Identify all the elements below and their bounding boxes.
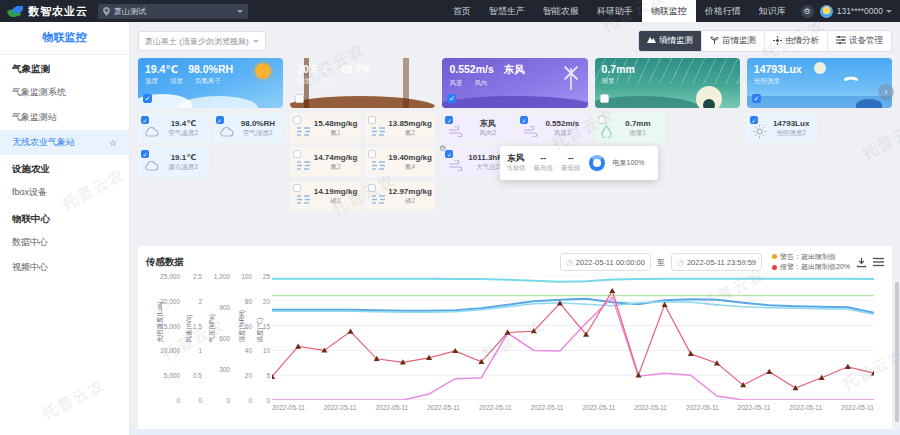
sensor-checkbox[interactable]: ✓ (141, 150, 149, 158)
tab-苗情监测[interactable]: 苗情监测 (701, 31, 764, 51)
y-axis-tick: 100 (241, 273, 252, 280)
y-axis-tick: 15,000 (160, 322, 180, 329)
sensor-checkbox[interactable]: ✓ (141, 116, 149, 124)
sensor-item[interactable]: 0.7mm雨量1 (595, 113, 666, 143)
sensor-item[interactable]: ✓东风风向2 (442, 113, 513, 143)
sidebar-title: 物联监控 (0, 22, 129, 55)
sensor-checkbox[interactable]: ✓ (216, 116, 224, 124)
nav-item-物联监控[interactable]: 物联监控 (642, 0, 696, 22)
sidebar-item-fbox设备[interactable]: fbox设备 (0, 180, 129, 205)
alarm-marker-icon (348, 329, 354, 334)
tab-虫情分析[interactable]: 虫情分析 (764, 31, 827, 51)
sensor-value: 14.74mg/kg (313, 153, 358, 163)
main-content: 萧山黑土 (流量少勿浏览视频) 墒情监测苗情监测虫情分析设备管理 19.4℃98… (130, 22, 900, 435)
sensor-checkbox[interactable]: ✓ (445, 150, 453, 158)
alarm-marker-icon (845, 364, 851, 369)
date-from-input[interactable]: ◷ 2022-05-11 00:00:00 (560, 253, 651, 271)
soil-icon (371, 126, 386, 137)
sensor-item[interactable]: 19.40mg/kg氮4 (365, 147, 436, 177)
sensor-item[interactable]: 14.74mg/kg氮3 (290, 147, 361, 177)
y-axis-tick: 600 (219, 335, 230, 342)
sensor-item[interactable]: ✓19.1℃露点温度2 (138, 147, 209, 177)
rain-dome-decor-icon (696, 86, 722, 108)
nav-item-知识库[interactable]: 知识库 (750, 0, 795, 22)
tab-label: 苗情监测 (722, 35, 756, 47)
sidebar-item-气象监测站[interactable]: 气象监测站 (0, 105, 129, 130)
sensor-label: 风向2 (465, 129, 510, 137)
nav-item-首页[interactable]: 首页 (444, 0, 480, 22)
monitor-tabs: 墒情监测苗情监测虫情分析设备管理 (638, 30, 892, 52)
card-checkbox[interactable] (295, 94, 304, 103)
chart-plot[interactable] (272, 276, 874, 400)
sidebar-item-气象监测系统[interactable]: 气象监测系统 (0, 80, 129, 105)
card-checkbox[interactable]: ✓ (143, 94, 152, 103)
sensor-value: 14.19mg/kg (313, 187, 358, 197)
sensor-checkbox[interactable] (293, 150, 301, 158)
soil-icon (296, 126, 311, 137)
sidebar-item-无线农业气象站[interactable]: 无线农业气象站☆ (0, 130, 129, 155)
nav-item-科研助手[interactable]: 科研助手 (588, 0, 642, 22)
scrollbar-thumb[interactable] (895, 282, 899, 422)
card-value-secondary: 东风 (504, 63, 525, 77)
tab-墒情监测[interactable]: 墒情监测 (639, 31, 701, 51)
sensor-item[interactable]: 13.85mg/kg氮2 (365, 113, 436, 143)
card-checkbox[interactable]: ✓ (447, 94, 456, 103)
avatar[interactable] (820, 5, 833, 18)
alarm-marker-icon (688, 351, 694, 356)
y-axis: 湿度(%RH)100806040200 (232, 276, 254, 400)
weather-card-sea[interactable]: 14793Lux光照强度✓ (747, 58, 892, 108)
sensor-item[interactable]: ✓0.552m/s风速2 (517, 113, 588, 143)
sidebar-item-数据中心[interactable]: 数据中心 (0, 230, 129, 255)
sensor-checkbox[interactable] (368, 184, 376, 192)
sensor-label: 光照强度2 (768, 129, 815, 137)
sidebar-item-label: 视频中心 (12, 261, 48, 274)
weather-card-forest[interactable]: 20.5℃48.7%温度水分 (290, 58, 435, 108)
sensor-checkbox[interactable]: ✓ (445, 116, 453, 124)
star-icon[interactable]: ☆ (109, 138, 117, 148)
tab-设备管理[interactable]: 设备管理 (827, 31, 891, 51)
sensor-settings-gear-icon[interactable]: ⚙ (439, 144, 446, 153)
download-icon[interactable] (856, 257, 867, 268)
weather-card-sky[interactable]: 19.4℃98.0%RH温度湿度负氧离子✓ (138, 58, 283, 108)
toolbar: 萧山黑土 (流量少勿浏览视频) 墒情监测苗情监测虫情分析设备管理 (138, 30, 892, 52)
sensor-item[interactable]: 12.97mg/kg磷2 (365, 181, 436, 211)
sensor-item[interactable]: 14.19mg/kg磷1 (290, 181, 361, 211)
sidebar-item-视频中心[interactable]: 视频中心 (0, 255, 129, 280)
sensor-checkbox[interactable] (293, 184, 301, 192)
sensor-checkbox[interactable] (368, 116, 376, 124)
clock-icon: ◷ (566, 258, 573, 267)
date-to-input[interactable]: ◷ 2022-05-11 23:59:59 (671, 253, 762, 271)
scene-select[interactable]: 萧山黑土 (流量少勿浏览视频) (138, 31, 266, 51)
sensor-item[interactable]: ✓14793Lux光照强度2 (747, 113, 818, 143)
rain-hill-decor-icon (595, 96, 701, 108)
sensor-grid: 0.7mm雨量1 (595, 113, 740, 143)
cloud-icon (219, 126, 234, 137)
sensor-checkbox[interactable]: ✓ (750, 116, 758, 124)
sensor-checkbox[interactable]: ✓ (520, 116, 528, 124)
sensor-checkbox[interactable] (293, 116, 301, 124)
sensor-label: 空气温度2 (161, 129, 206, 137)
card-checkbox[interactable]: ✓ (752, 94, 761, 103)
user-chevron-down-icon[interactable] (886, 10, 892, 16)
sensor-item[interactable]: ✓98.0%RH空气湿度2 (213, 113, 284, 143)
weather-card-wind[interactable]: 0.552m/s东风风速风向✓ (442, 58, 587, 108)
sensor-text: 19.1℃露点温度2 (161, 153, 206, 171)
nav-item-智慧生产[interactable]: 智慧生产 (480, 0, 534, 22)
clock-icon: ◷ (677, 258, 684, 267)
card-column: 19.4℃98.0%RH温度湿度负氧离子✓✓19.4℃空气温度2✓98.0%RH… (138, 58, 283, 211)
sidebar-item-label: 气象监测系统 (12, 86, 66, 99)
sensor-item[interactable]: 15.48mg/kg氮1 (290, 113, 361, 143)
location-select[interactable]: 萧山测试 (98, 4, 248, 19)
card-checkbox[interactable] (600, 94, 609, 103)
nav-item-智能农服[interactable]: 智能农服 (534, 0, 588, 22)
legend-item: 警告：超出限制值 (772, 252, 850, 263)
y-axis-tick: 20 (263, 297, 270, 304)
weather-card-rain[interactable]: 0.7mm雨量 (595, 58, 740, 108)
carousel-next-button[interactable]: › (878, 84, 894, 100)
sensor-checkbox[interactable] (368, 150, 376, 158)
sensor-item[interactable]: ✓19.4℃空气温度2 (138, 113, 209, 143)
settings-gear-icon[interactable]: ⚙ (801, 5, 814, 18)
sensor-checkbox[interactable] (598, 116, 606, 124)
list-view-icon[interactable] (873, 257, 884, 267)
nav-item-价格行情[interactable]: 价格行情 (696, 0, 750, 22)
